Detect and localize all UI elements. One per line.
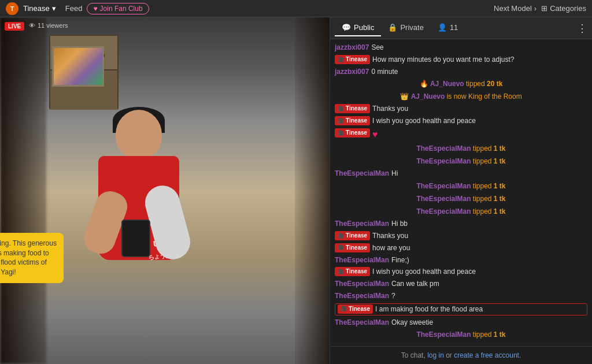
- join-fan-club-button[interactable]: ♥ Join Fan Club: [87, 3, 149, 14]
- streamer-tag: Tinease: [338, 304, 373, 314]
- tip-username: TheEspecialMan: [416, 182, 471, 190]
- next-model-button[interactable]: Next Model ›: [494, 4, 536, 13]
- video-background: ultちょうた LIVE 👁 11 viewers: [0, 17, 330, 364]
- login-link[interactable]: log in: [427, 351, 444, 359]
- wall-painting: [52, 46, 104, 87]
- chat-messages[interactable]: jazzbxi007SeeTineaseHow many minutes do …: [330, 39, 592, 346]
- video-blur-right: [295, 17, 330, 364]
- message-text: See: [371, 43, 383, 53]
- list-item: TheEspecialManHi bb: [335, 219, 587, 229]
- video-panel: ultちょうた LIVE 👁 11 viewers So touching. T…: [0, 17, 330, 364]
- chat-icon: 💬: [342, 23, 351, 32]
- list-item: TineaseI wish you good health and peace: [335, 267, 587, 277]
- tip-message: TheEspecialMan tipped 1 tk: [335, 194, 587, 204]
- message-text: ?: [391, 291, 395, 301]
- message-text: Okay sweetie: [391, 318, 433, 328]
- tip-message: TheEspecialMan tipped 1 tk: [335, 156, 587, 166]
- chat-panel: 💬 Public 🔒 Private 👤 11 ⋮ jazzbxi007SeeT…: [330, 17, 592, 364]
- message-text: I wish you good health and peace: [372, 267, 476, 277]
- message-text: how are you: [372, 243, 410, 253]
- chevron-right-icon: ›: [534, 4, 536, 13]
- streamer-tag: Tinease: [335, 55, 370, 64]
- message-username[interactable]: TheEspecialMan: [335, 318, 389, 328]
- categories-button[interactable]: ⊞ Categories: [541, 4, 586, 13]
- message-username[interactable]: TheEspecialMan: [335, 169, 389, 179]
- list-item: TheEspecialManFine;): [335, 255, 587, 265]
- list-item: Tineasehow are you: [335, 243, 587, 253]
- streamer-tag: Tinease: [335, 116, 370, 125]
- tip-message: TheEspecialMan tipped 1 tk: [335, 206, 587, 217]
- message-username[interactable]: TheEspecialMan: [335, 279, 389, 289]
- tip-message: TheEspecialMan tipped 1 tk: [335, 181, 587, 191]
- streamer-tag: Tinease: [335, 104, 370, 113]
- message-text: Hi: [391, 169, 398, 179]
- video-blur-left: [0, 17, 46, 364]
- person-tablet: [121, 220, 150, 257]
- chat-footer: To chat, log in or create a free account…: [330, 346, 592, 364]
- tip-username: TheEspecialMan: [416, 330, 471, 339]
- tip-username: TheEspecialMan: [416, 144, 471, 153]
- message-text: I am making food for the flood area: [375, 304, 483, 314]
- list-item: jazzbxi007See: [335, 43, 587, 53]
- list-item: TheEspecialManHi: [335, 169, 587, 179]
- tip-message: TheEspecialMan tipped 1 tk: [335, 143, 587, 154]
- create-account-link[interactable]: create a free account: [454, 351, 519, 359]
- list-item: Tinease♥: [335, 128, 587, 141]
- streamer-person: ultちょうた: [75, 110, 202, 329]
- list-item: TheEspecialManOkay sweetie: [335, 318, 587, 328]
- tab-users[interactable]: 👤 11: [431, 20, 465, 36]
- tip-message: TheEspecialMan tipped 1 tk: [335, 329, 587, 340]
- tab-public[interactable]: 💬 Public: [335, 20, 381, 36]
- list-item: TineaseThanks you: [335, 104, 587, 114]
- list-item: TineaseThanks you: [335, 231, 587, 241]
- tip-username: TheEspecialMan: [416, 157, 471, 165]
- main-layout: ultちょうた LIVE 👁 11 viewers So touching. T…: [0, 17, 592, 364]
- tip-message: 🔥 AJ_Nuevo tipped 20 tk: [335, 79, 587, 89]
- user-icon: 👤: [438, 23, 447, 32]
- tip-username: TheEspecialMan: [416, 207, 471, 216]
- list-item: TheEspecialMan?: [335, 291, 587, 301]
- list-item: TineaseI wish you good health and peace: [335, 116, 587, 126]
- streamer-tag: Tinease: [335, 128, 370, 138]
- message-username[interactable]: TheEspecialMan: [335, 255, 389, 265]
- chat-menu-button[interactable]: ⋮: [577, 22, 587, 35]
- tab-private[interactable]: 🔒 Private: [381, 20, 430, 36]
- live-badge: LIVE: [5, 22, 24, 31]
- chat-tabs: 💬 Public 🔒 Private 👤 11 ⋮: [330, 17, 592, 39]
- king-message: 👑 AJ_Nuevo is now King of the Room: [335, 91, 587, 102]
- chevron-down-icon: ▾: [52, 4, 56, 13]
- tip-username: AJ_Nuevo: [430, 80, 464, 88]
- eye-icon: 👁: [29, 22, 35, 29]
- topbar: T Tinease ▾ Feed ♥ Join Fan Club Next Mo…: [0, 0, 592, 17]
- list-item: jazzbxi0070 minute: [335, 67, 587, 77]
- streamer-tag: Tinease: [335, 267, 370, 276]
- heart-icon: ♥: [93, 5, 97, 13]
- message-text: Fine;): [391, 255, 409, 265]
- message-text: I wish you good health and peace: [372, 116, 476, 126]
- message-text: 0 minute: [371, 67, 398, 77]
- message-username[interactable]: jazzbxi007: [335, 67, 369, 77]
- streamer-tag: Tinease: [335, 243, 370, 252]
- person-head: [116, 110, 162, 159]
- message-username[interactable]: TheEspecialMan: [335, 291, 389, 301]
- message-text: Thanks you: [372, 104, 408, 114]
- message-text: ♥: [372, 128, 378, 141]
- message-text: Thanks you: [372, 231, 408, 241]
- message-username[interactable]: jazzbxi007: [335, 43, 369, 53]
- grid-icon: ⊞: [541, 4, 547, 13]
- message-text: Hi bb: [391, 219, 408, 229]
- message-text: How many minutes do you want me to adjus…: [372, 55, 514, 65]
- streamer-tag: Tinease: [335, 231, 370, 240]
- list-item: TineaseI am making food for the flood ar…: [335, 303, 587, 315]
- list-item: TineaseHow many minutes do you want me t…: [335, 55, 587, 65]
- list-item: TheEspecialManCan we talk pm: [335, 279, 587, 289]
- lock-icon: 🔒: [388, 23, 397, 32]
- viewer-count: 👁 11 viewers: [29, 22, 68, 29]
- tooltip-bubble: So touching. This generous camgirl is ma…: [0, 233, 64, 283]
- message-username[interactable]: TheEspecialMan: [335, 219, 389, 229]
- avatar: T: [6, 2, 18, 15]
- tip-username: TheEspecialMan: [416, 195, 471, 203]
- feed-link[interactable]: Feed: [65, 4, 83, 13]
- model-name-button[interactable]: Tinease ▾: [23, 4, 56, 13]
- message-text: Can we talk pm: [391, 279, 439, 289]
